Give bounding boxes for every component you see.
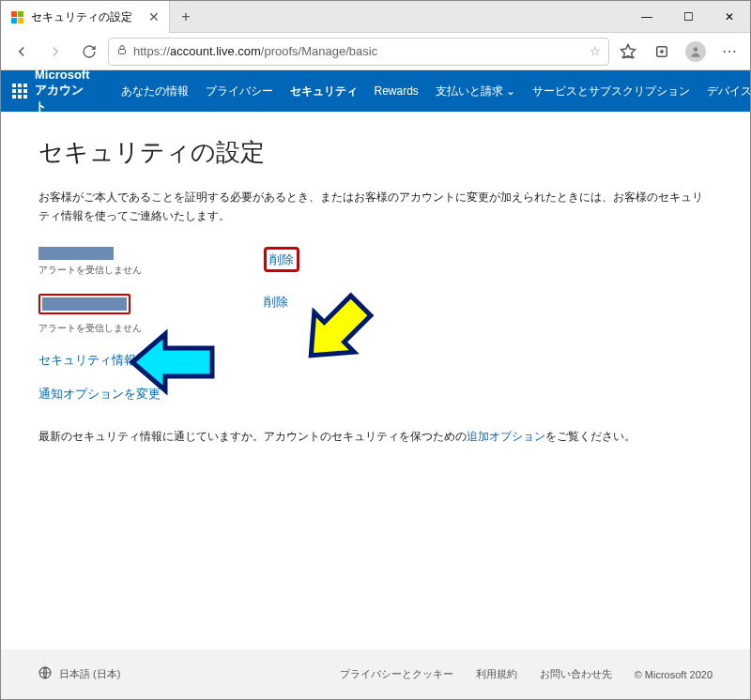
profile-button[interactable] [681,37,711,67]
proof-alert-status: アラートを受信しません [38,322,264,335]
proof-highlight-box [38,294,130,314]
svg-rect-6 [12,89,16,93]
svg-rect-7 [18,89,22,93]
security-proof-row: アラートを受信しません 削除 [38,247,713,277]
redacted-proof-value [38,247,114,260]
delete-highlight-box: 削除 [264,247,299,272]
app-launcher-icon[interactable] [12,78,27,104]
collections-icon[interactable] [647,37,677,67]
avatar-icon [685,41,706,62]
window-minimize-button[interactable]: — [626,1,667,32]
nav-item-rewards[interactable]: Rewards [368,84,425,98]
change-notification-link[interactable]: 通知オプションを変更 [38,386,713,403]
favorite-star-icon[interactable]: ☆ [590,44,601,58]
window-maximize-button[interactable]: ☐ [667,1,709,32]
nav-item-security[interactable]: セキュリティ [284,84,364,99]
globe-icon [38,666,52,682]
add-security-info-link[interactable]: セキュリティ情報の追加 [38,352,713,369]
nav-item-privacy[interactable]: プライバシー [199,84,280,99]
browser-tab[interactable]: セキュリティの設定 ✕ [1,1,170,33]
window-titlebar: セキュリティの設定 ✕ + — ☐ ✕ [1,1,750,33]
proof-alert-status: アラートを受信しません [38,264,264,277]
security-proof-row: アラートを受信しません 削除 [38,294,713,335]
window-controls: — ☐ ✕ [626,1,750,32]
svg-rect-8 [23,89,27,93]
redacted-proof-value [42,297,127,311]
page-footer: 日本語 (日本) プライバシーとクッキー 利用規約 お問い合わせ先 © Micr… [1,649,750,699]
back-button[interactable] [7,37,37,67]
svg-rect-11 [23,95,27,99]
url-text: https://account.live.com/proofs/Manage/b… [133,44,584,58]
browser-toolbar: https://account.live.com/proofs/Manage/b… [1,33,750,70]
footer-link-privacy[interactable]: プライバシーとクッキー [340,667,453,681]
new-tab-button[interactable]: + [170,1,202,32]
footer-note: 最新のセキュリティ情報に通じていますか。アカウントのセキュリティを保つための追加… [38,429,713,445]
svg-rect-4 [18,84,22,87]
window-close-button[interactable]: ✕ [709,1,750,32]
address-bar[interactable]: https://account.live.com/proofs/Manage/b… [108,38,609,66]
nav-item-payment[interactable]: 支払いと請求 ⌄ [429,84,522,99]
proof-info: アラートを受信しません [38,247,264,277]
footer-link-contact[interactable]: お問い合わせ先 [540,667,612,681]
page-description: お客様がご本人であることを証明する必要があるとき、またはお客様のアカウントに変更… [38,188,713,226]
tab-close-icon[interactable]: ✕ [148,9,160,24]
tab-title: セキュリティの設定 [31,9,132,25]
additional-options-link[interactable]: 追加オプション [467,430,545,443]
nav-item-yourinfo[interactable]: あなたの情報 [115,84,195,99]
svg-rect-9 [12,95,16,99]
more-menu-button[interactable]: ⋯ [714,37,744,67]
copyright-label: © Microsoft 2020 [635,669,713,680]
nav-item-services[interactable]: サービスとサブスクリプション [526,84,697,99]
svg-point-2 [694,47,698,52]
brand-label[interactable]: Microsoft アカウント [35,68,90,115]
favorites-icon[interactable] [613,37,643,67]
microsoft-favicon [10,10,23,23]
page-content: セキュリティの設定 お客様がご本人であることを証明する必要があるとき、またはお客… [1,112,750,649]
nav-item-devices[interactable]: デバイス [700,84,751,99]
svg-rect-0 [119,50,126,54]
microsoft-account-nav: Microsoft アカウント あなたの情報 プライバシー セキュリティ Rew… [1,70,750,112]
delete-proof-link[interactable]: 削除 [264,294,288,311]
svg-rect-5 [23,84,27,87]
forward-button [40,37,70,67]
delete-proof-link[interactable]: 削除 [269,252,294,266]
refresh-button[interactable] [74,37,104,67]
action-links: セキュリティ情報の追加 通知オプションを変更 [38,352,713,403]
locale-label[interactable]: 日本語 (日本) [59,667,120,681]
svg-rect-10 [18,95,22,99]
proof-info: アラートを受信しません [38,294,264,335]
lock-icon [116,44,128,58]
footer-link-terms[interactable]: 利用規約 [476,667,517,681]
page-heading: セキュリティの設定 [38,136,713,169]
svg-rect-3 [12,84,16,87]
